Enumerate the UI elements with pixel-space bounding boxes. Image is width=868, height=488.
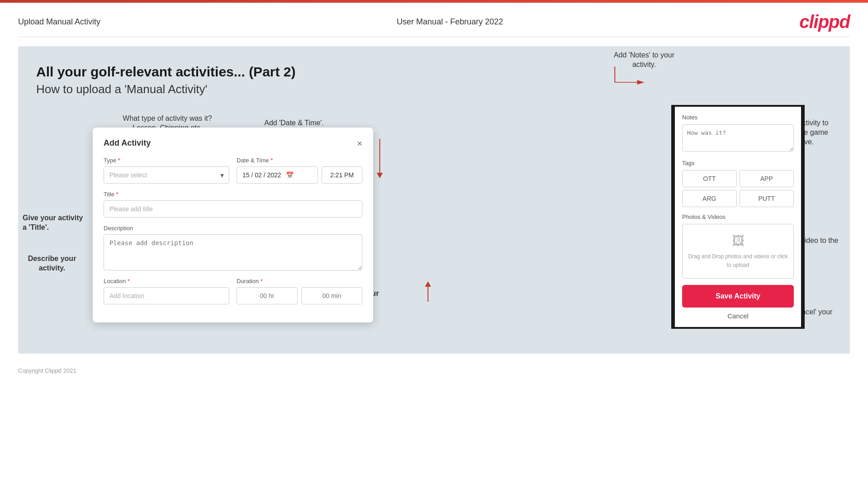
annotation-date: Add 'Date & Time'. xyxy=(253,118,335,128)
header-center: User Manual - February 2022 xyxy=(397,17,503,27)
notes-input[interactable] xyxy=(682,124,794,152)
photo-icon: 🖼 xyxy=(687,233,789,248)
title-input[interactable] xyxy=(104,200,362,218)
form-row-location-duration: Location * Duration * xyxy=(104,278,362,304)
copyright: Copyright Clippd 2021 xyxy=(18,367,76,374)
logo: clippd xyxy=(799,12,850,32)
save-activity-button[interactable]: Save Activity xyxy=(682,285,794,308)
duration-inputs xyxy=(237,287,362,304)
time-input[interactable] xyxy=(322,166,362,184)
description-label: Description xyxy=(104,225,362,232)
date-time-label: Date & Time * xyxy=(237,157,362,164)
calendar-icon: 📅 xyxy=(286,171,294,179)
location-group: Location * xyxy=(104,278,229,304)
type-group: Type * Please select ▾ xyxy=(104,157,229,184)
tag-arg[interactable]: ARG xyxy=(682,190,737,207)
svg-marker-3 xyxy=(377,173,383,178)
annotation-desc: Describe your activity. xyxy=(23,254,81,273)
photos-label: Photos & Videos xyxy=(682,213,794,220)
date-input[interactable]: 15 / 02 / 2022 📅 xyxy=(237,166,318,184)
phone-panel: Notes Tags OTT APP ARG PUTT Photos & Vid… xyxy=(671,105,805,329)
photos-dropzone[interactable]: 🖼 Drag and Drop photos and videos or cli… xyxy=(682,224,794,279)
cancel-button[interactable]: Cancel xyxy=(727,312,749,320)
add-activity-dialog: Add Activity × Type * Please select ▾ Da… xyxy=(93,128,373,322)
type-label: Type * xyxy=(104,157,229,164)
notes-label: Notes xyxy=(682,114,794,121)
tag-putt[interactable]: PUTT xyxy=(740,190,794,207)
dialog-title: Add Activity xyxy=(104,138,151,148)
tag-ott[interactable]: OTT xyxy=(682,170,737,187)
description-group: Description xyxy=(104,225,362,270)
dialog-header: Add Activity × xyxy=(104,138,362,148)
type-select[interactable]: Please select xyxy=(104,166,229,184)
svg-marker-12 xyxy=(425,281,431,287)
location-input[interactable] xyxy=(104,287,229,304)
title-label: Title * xyxy=(104,191,362,198)
tags-label: Tags xyxy=(682,160,794,166)
duration-min-input[interactable] xyxy=(301,287,362,304)
header: Upload Manual Activity User Manual - Feb… xyxy=(0,3,868,37)
main-title: All your golf-relevant activities... (Pa… xyxy=(36,64,832,80)
description-input[interactable] xyxy=(104,234,362,270)
tag-app[interactable]: APP xyxy=(740,170,794,187)
duration-hr-input[interactable] xyxy=(237,287,298,304)
title-group: Title * xyxy=(104,191,362,218)
annotation-notes: Add 'Notes' to your activity. xyxy=(606,51,683,70)
type-select-wrapper: Please select ▾ xyxy=(104,166,229,184)
tags-grid: OTT APP ARG PUTT xyxy=(682,170,794,207)
main-content: All your golf-relevant activities... (Pa… xyxy=(18,46,850,354)
duration-label: Duration * xyxy=(237,278,362,284)
form-row-type-date: Type * Please select ▾ Date & Time * 15 … xyxy=(104,157,362,184)
location-label: Location * xyxy=(104,278,229,284)
dialog-close-button[interactable]: × xyxy=(357,139,362,148)
footer: Copyright Clippd 2021 xyxy=(0,363,868,379)
main-subtitle: How to upload a 'Manual Activity' xyxy=(36,82,832,96)
date-time-group: Date & Time * 15 / 02 / 2022 📅 xyxy=(237,157,362,184)
duration-group: Duration * xyxy=(237,278,362,304)
divider xyxy=(18,37,850,37)
photos-text: Drag and Drop photos and videos or click… xyxy=(688,253,787,268)
annotation-title: Give your activity a 'Title'. xyxy=(23,213,86,232)
header-left: Upload Manual Activity xyxy=(18,17,100,27)
